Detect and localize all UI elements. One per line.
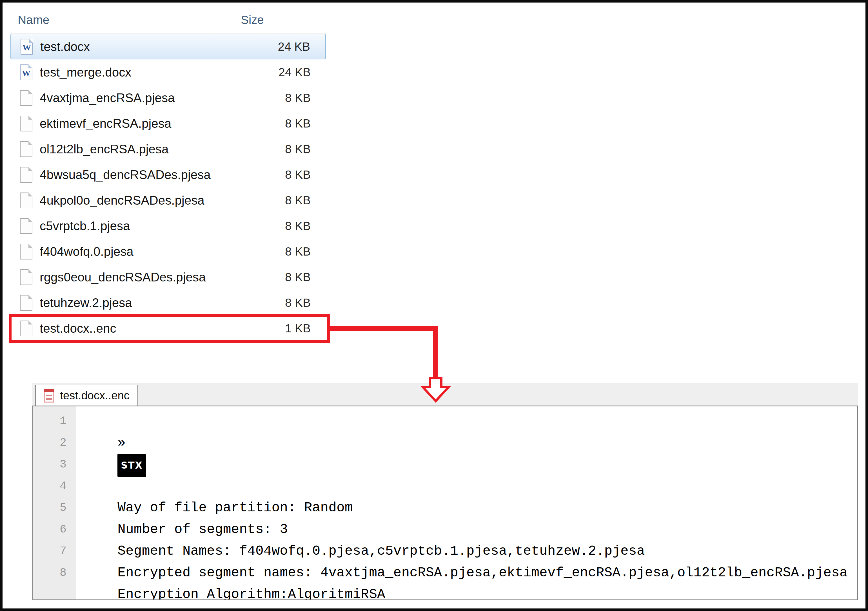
generic-file-icon	[20, 141, 33, 157]
screenshot-frame: Name Size test.docx 24 KB test_merge.doc…	[0, 0, 868, 611]
line-number: 5	[33, 497, 75, 519]
file-row[interactable]: ektimevf_encRSA.pjesa 8 KB	[11, 111, 326, 136]
line-number: 6	[33, 519, 75, 540]
line-number-gutter: 12345678	[33, 407, 76, 599]
editor-tab-bar: test.docx..enc	[33, 383, 858, 406]
editor-line: Number of segments: 3	[85, 454, 857, 475]
file-name: 4bwsua5q_dencRSADes.pjesa	[40, 168, 211, 182]
file-size: 8 KB	[285, 91, 311, 105]
editor-line: » STX	[85, 410, 857, 432]
editor-line-text: Number of segments: 3	[118, 522, 288, 537]
file-name: 4ukpol0o_dencRSADes.pjesa	[40, 193, 205, 207]
editor-tab[interactable]: test.docx..enc	[35, 385, 138, 406]
generic-file-icon	[20, 218, 33, 234]
file-row[interactable]: test.docx..enc 1 KB	[11, 316, 326, 341]
file-row[interactable]: 4bwsua5q_dencRSADes.pjesa 8 KB	[11, 162, 326, 187]
editor-line-text: Way of file partition: Random	[118, 500, 353, 515]
file-row[interactable]: test.docx 24 KB	[11, 34, 326, 59]
word-doc-icon	[20, 65, 33, 80]
file-name: test_merge.docx	[40, 65, 131, 79]
file-name: rggs0eou_dencRSADes.pjesa	[40, 270, 206, 284]
word-doc-icon	[20, 39, 33, 54]
file-size: 8 KB	[285, 142, 311, 156]
stx-control-badge: STX	[118, 454, 146, 477]
generic-file-icon	[20, 116, 33, 131]
generic-file-icon	[20, 192, 33, 208]
file-row[interactable]: c5vrptcb.1.pjesa 8 KB	[11, 213, 326, 239]
generic-file-icon	[20, 320, 33, 336]
file-size: 8 KB	[285, 117, 311, 130]
column-header-size[interactable]: Size	[241, 13, 264, 27]
line-number: 3	[33, 454, 75, 475]
editor-tab-label: test.docx..enc	[60, 389, 130, 402]
editor-line: Way of file partition: Random	[85, 432, 857, 454]
generic-file-icon	[20, 167, 33, 183]
column-separator	[232, 10, 232, 29]
file-row[interactable]: test_merge.docx 24 KB	[11, 59, 326, 85]
editor-text-area[interactable]: » STX Way of file partition: Random Numb…	[76, 407, 857, 599]
file-row[interactable]: tetuhzew.2.pjesa 8 KB	[11, 290, 326, 316]
file-size: 8 KB	[285, 271, 311, 284]
file-size: 8 KB	[285, 296, 311, 309]
control-char-prefix: »	[118, 435, 126, 450]
file-row[interactable]: rggs0eou_dencRSADes.pjesa 8 KB	[11, 264, 326, 290]
file-name: f404wofq.0.pjesa	[40, 244, 133, 258]
file-size: 24 KB	[279, 66, 311, 79]
file-size: 8 KB	[285, 219, 311, 233]
file-size: 24 KB	[278, 40, 310, 54]
column-grid-line	[329, 7, 329, 339]
editor-line-text: Encrypted segment names: 4vaxtjma_encRSA…	[118, 565, 848, 580]
document-icon	[43, 389, 54, 402]
file-size: 1 KB	[285, 322, 311, 335]
file-list-body: test.docx 24 KB test_merge.docx 24 KB 4v…	[11, 34, 326, 341]
generic-file-icon	[20, 295, 33, 311]
file-size: 8 KB	[285, 193, 311, 207]
file-name: test.docx	[40, 40, 90, 54]
generic-file-icon	[20, 90, 33, 106]
file-row[interactable]: f404wofq.0.pjesa 8 KB	[11, 239, 326, 264]
file-row[interactable]: 4vaxtjma_encRSA.pjesa 8 KB	[11, 85, 326, 111]
file-list-header: Name Size	[11, 7, 326, 34]
file-size: 8 KB	[285, 245, 311, 258]
file-name: ol12t2lb_encRSA.pjesa	[40, 142, 168, 156]
editor-line-text: Segment Names: f404wofq.0.pjesa,c5vrptcb…	[118, 543, 645, 558]
line-number: 7	[33, 540, 75, 562]
line-number: 2	[33, 432, 75, 454]
line-number: 8	[33, 562, 75, 584]
line-number: 4	[33, 475, 75, 497]
file-row[interactable]: ol12t2lb_encRSA.pjesa 8 KB	[11, 136, 326, 162]
file-name: 4vaxtjma_encRSA.pjesa	[40, 91, 175, 105]
generic-file-icon	[20, 269, 33, 285]
file-row[interactable]: 4ukpol0o_dencRSADes.pjesa 8 KB	[11, 187, 326, 213]
text-editor-window: test.docx..enc 12345678 » STX Way of fil…	[33, 383, 858, 600]
editor-body: 12345678 » STX Way of file partition: Ra…	[33, 405, 858, 600]
file-name: ektimevf_encRSA.pjesa	[40, 116, 171, 131]
line-number: 1	[33, 410, 75, 432]
file-name: c5vrptcb.1.pjesa	[40, 219, 130, 233]
file-size: 8 KB	[285, 168, 311, 181]
annotation-arrow-shaft	[327, 328, 436, 380]
generic-file-icon	[20, 244, 33, 260]
column-header-name[interactable]: Name	[18, 13, 49, 27]
editor-line: Segment Names: f404wofq.0.pjesa,c5vrptcb…	[85, 475, 857, 497]
file-name: tetuhzew.2.pjesa	[40, 296, 132, 310]
editor-line-text: Encryption Algorithm:AlgoritmiRSA	[118, 587, 385, 599]
file-name: test.docx..enc	[40, 322, 116, 336]
file-list: Name Size test.docx 24 KB test_merge.doc…	[11, 7, 326, 341]
